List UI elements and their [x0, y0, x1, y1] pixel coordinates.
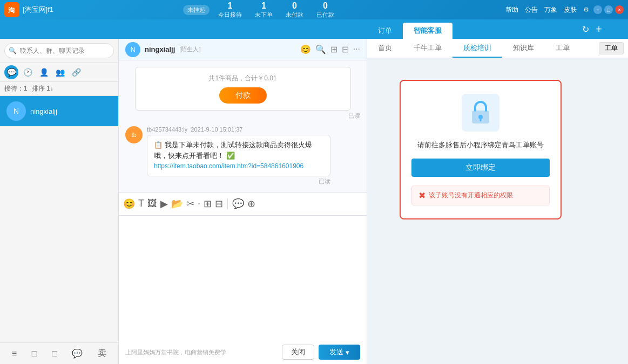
workorder-shortcut-btn[interactable]: 工单 [599, 42, 624, 54]
menu-icon[interactable]: ≡ [12, 349, 17, 359]
group-tab-icon[interactable]: 👥 [53, 65, 67, 79]
order-summary-1: 共1件商品，合计￥0.01 [142, 74, 344, 83]
user-tab-icon[interactable]: 👤 [37, 65, 51, 79]
bubble-avatar-1: tb [125, 126, 143, 143]
stat-today: 1 今日接待 [218, 1, 242, 19]
window-controls: － □ × [593, 5, 624, 14]
nav-actions: ↻ + [582, 23, 602, 36]
chat-messages: 共1件商品，合计￥0.01 付款 已读 tb tb425734443:ly 20… [119, 60, 367, 192]
bind-dialog-card: 请前往多脉售后小程序绑定青鸟工单账号 立即绑定 ✖ 该子账号没有开通相应的权限 [400, 80, 562, 219]
folder-icon[interactable]: □ [52, 349, 57, 359]
emoji-icon[interactable]: 😊 [123, 198, 135, 210]
user-search-icon[interactable]: 🔍 [315, 44, 326, 54]
tab-smart-service[interactable]: 智能客服 [403, 23, 453, 39]
chat-header: N ningxialjj [陌生人] 😊 🔍 ⊞ ⊟ ··· [119, 39, 367, 60]
close-chat-button[interactable]: 关闭 [282, 345, 314, 360]
message-icon[interactable]: 💬 [72, 348, 83, 359]
right-content: 请前往多脉售后小程序绑定青鸟工单账号 立即绑定 ✖ 该子账号没有开通相应的权限 [367, 58, 628, 364]
chat-input[interactable] [125, 220, 360, 252]
chat-toolbar: 😊 T 🖼 ▶ 📂 ✂ · ⊞ ⊟ 💬 ⊕ [119, 192, 367, 216]
history-tab-icon[interactable]: 🕐 [21, 65, 35, 79]
tab-home[interactable]: 首页 [367, 39, 403, 58]
bubble-link-1[interactable]: https://item.taobao.com/item.htm?id=5848… [154, 162, 303, 170]
chat-extra-icon[interactable]: 💬 [232, 198, 244, 210]
plus-icon[interactable]: ⊕ [247, 198, 255, 210]
sidebar-tab-icons: 💬 🕐 👤 👥 🔗 [0, 63, 118, 82]
chat-avatar: N [125, 42, 140, 57]
emotion-icon[interactable]: 😊 [300, 44, 311, 54]
reception-count: 接待：1 [4, 84, 28, 93]
sort-label: 排序 1↓ [32, 84, 53, 93]
pay-button-1[interactable]: 付款 [219, 87, 267, 104]
send-buttons: 关闭 发送 ▾ [282, 345, 360, 360]
scissors-icon[interactable]: ✂ [186, 198, 194, 210]
text-format-icon[interactable]: T [138, 198, 144, 209]
toolbar-sep [227, 198, 228, 209]
chat-list: N ningxialjj [0, 96, 118, 342]
send-button[interactable]: 发送 ▾ [319, 345, 360, 360]
error-row: ✖ 该子账号没有开通相应的权限 [411, 186, 550, 205]
window-icon[interactable]: ⊟ [342, 44, 349, 54]
search-input[interactable] [4, 43, 114, 58]
main-layout: 🔍 💬 🕐 👤 👥 🔗 接待：1 排序 1↓ N ningxialjj ≡ □ … [0, 39, 628, 364]
bottom-hint: 上阿里妈妈万堂书院，电商营销免费学 [125, 348, 226, 356]
tab-qianniu-workorder[interactable]: 千牛工单 [403, 39, 453, 58]
bubble-meta-1: tb425734443:ly 2021-9-10 15:01:37 [147, 126, 330, 133]
tab-quality-training[interactable]: 质检培训 [453, 39, 502, 58]
connect-tab-icon[interactable]: 🔗 [69, 65, 83, 79]
wanxiang-link[interactable]: 万象 [544, 5, 557, 15]
search-icon: 🔍 [9, 47, 17, 54]
video-icon[interactable]: ▶ [160, 198, 168, 210]
refresh-icon[interactable]: ↻ [582, 24, 589, 35]
bind-button[interactable]: 立即绑定 [411, 159, 550, 177]
title-bar-right: 帮助 公告 万象 皮肤 ⚙ [505, 5, 589, 15]
svg-text:淘: 淘 [8, 6, 15, 14]
sidebar: 🔍 💬 🕐 👤 👥 🔗 接待：1 排序 1↓ N ningxialjj ≡ □ … [0, 39, 119, 364]
app-title: [淘宝网]f1 [23, 5, 183, 15]
tab-order[interactable]: 订单 [367, 23, 403, 39]
error-text: 该子账号没有开通相应的权限 [429, 191, 513, 200]
stat-paid: 0 已付款 [316, 1, 334, 19]
tab-workorder[interactable]: 工单 [545, 39, 580, 58]
chat-username: ningxialjj [145, 45, 175, 53]
title-bar: 淘 [淘宝网]f1 未挂起 1 今日接待 1 未下单 0 未付款 0 已付款 帮… [0, 0, 628, 19]
add-tab-icon[interactable]: + [596, 23, 602, 36]
read-status-1: 已读 [125, 112, 360, 120]
image-icon[interactable]: 🖼 [147, 198, 157, 209]
settings-icon[interactable]: ⚙ [583, 6, 589, 13]
send-chevron-icon: ▾ [346, 348, 349, 356]
more-tools-icon[interactable]: · [198, 198, 200, 209]
file-icon[interactable]: □ [32, 349, 37, 359]
table-icon[interactable]: ⊞ [204, 198, 212, 210]
msg-block-1: 共1件商品，合计￥0.01 付款 已读 [125, 67, 360, 120]
sell-icon[interactable]: 卖 [98, 348, 106, 359]
sidebar-search: 🔍 [0, 39, 118, 63]
skin-link[interactable]: 皮肤 [564, 5, 577, 15]
bubble-msg-1: tb tb425734443:ly 2021-9-10 15:01:37 📋 我… [125, 126, 360, 186]
chat-tab-icon[interactable]: 💬 [4, 65, 18, 79]
maximize-button[interactable]: □ [604, 5, 613, 14]
stat-unpaid: 0 未付款 [286, 1, 303, 19]
dialog-text: 请前往多脉售后小程序绑定青鸟工单账号 [417, 140, 544, 150]
read-status-2: 已读 [147, 177, 330, 186]
close-button[interactable]: × [615, 5, 624, 14]
minimize-button[interactable]: － [593, 5, 602, 14]
expand-icon[interactable]: ⊞ [330, 44, 337, 54]
chat-user-tag: [陌生人] [179, 45, 200, 53]
announcement-link[interactable]: 公告 [525, 5, 538, 15]
app-logo: 淘 [4, 2, 19, 17]
help-link[interactable]: 帮助 [505, 5, 518, 15]
chat-item[interactable]: N ningxialjj [0, 96, 118, 127]
error-icon: ✖ [418, 190, 426, 201]
stats-bar: 1 今日接待 1 未下单 0 未付款 0 已付款 [218, 1, 334, 19]
more-icon[interactable]: ··· [353, 44, 360, 54]
status-badge[interactable]: 未挂起 [183, 5, 210, 15]
file-attach-icon[interactable]: 📂 [171, 198, 183, 210]
bubble-content-1: tb425734443:ly 2021-9-10 15:01:37 📋 我是下单… [147, 126, 330, 186]
right-nav: 首页 千牛工单 质检培训 知识库 工单 工单 [367, 39, 628, 58]
input-area [119, 216, 367, 343]
tab-knowledge[interactable]: 知识库 [502, 39, 545, 58]
bubble-text-1: 📋 我是下单未付款，测试转接这款商品卖得很火爆哦，快来点开看看吧！ ✅ http… [147, 135, 330, 176]
template-icon[interactable]: ⊟ [215, 198, 223, 210]
right-panel: 首页 千牛工单 质检培训 知识库 工单 工单 请前往多脉售后小程序绑定青鸟工单账 [367, 39, 628, 364]
